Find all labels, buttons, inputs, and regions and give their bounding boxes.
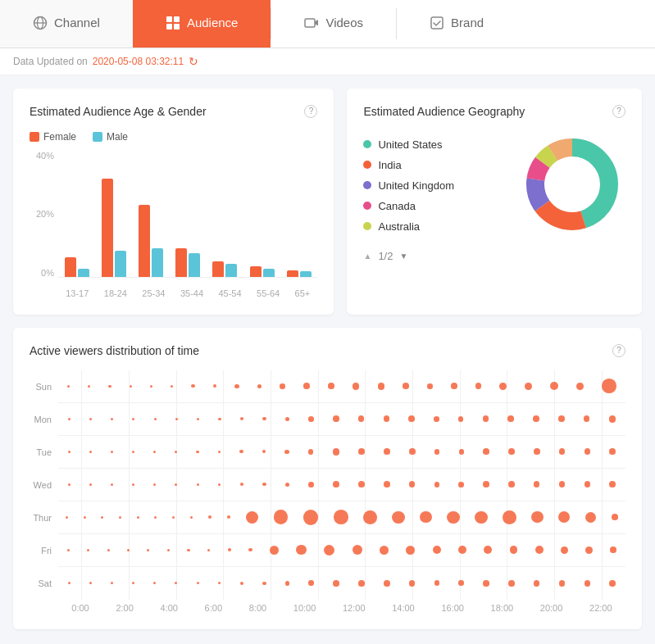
bubble bbox=[434, 449, 440, 455]
bar-group bbox=[102, 179, 126, 277]
bar-group bbox=[287, 270, 312, 277]
bubble bbox=[609, 580, 616, 587]
bubble bbox=[358, 415, 365, 422]
bubble bbox=[458, 546, 466, 554]
bubble bbox=[585, 512, 596, 523]
x-time-label: 20:00 bbox=[540, 603, 563, 613]
data-updated-bar: Data Updated on 2020-05-08 03:32:11 ↻ bbox=[0, 48, 655, 75]
bubble-row: Sun bbox=[30, 370, 625, 403]
bubble bbox=[218, 451, 221, 453]
legend-item-female: Female bbox=[30, 131, 76, 143]
bubble bbox=[358, 481, 365, 488]
x-time-label: 12:00 bbox=[343, 603, 366, 613]
bubbles-container bbox=[58, 436, 625, 469]
x-time-label: 14:00 bbox=[392, 603, 415, 613]
bubble bbox=[333, 415, 339, 422]
bar-group bbox=[212, 261, 237, 277]
geo-color-dot bbox=[363, 140, 371, 148]
bubble bbox=[270, 546, 279, 555]
top-nav: ChannelAudienceVideosBrand bbox=[0, 0, 655, 48]
bubble bbox=[584, 580, 591, 587]
bubble bbox=[196, 451, 198, 453]
bubble bbox=[483, 481, 489, 488]
x-time-label: 0:00 bbox=[71, 603, 89, 613]
female-bar bbox=[287, 270, 298, 277]
male-bar bbox=[263, 269, 275, 277]
bubble bbox=[534, 580, 540, 587]
bubble bbox=[153, 483, 156, 486]
bubble bbox=[111, 451, 113, 453]
bubble bbox=[218, 418, 221, 420]
bubbles-container bbox=[58, 534, 625, 567]
active-viewers-help-icon[interactable]: ? bbox=[612, 344, 625, 357]
bubble bbox=[384, 448, 390, 455]
bubble bbox=[458, 416, 464, 422]
bubble-row: Thur bbox=[30, 501, 625, 534]
bubble bbox=[434, 416, 439, 422]
bubble bbox=[534, 481, 540, 488]
bubble bbox=[154, 418, 157, 420]
bar-group bbox=[175, 248, 200, 277]
y-axis-label: 20% bbox=[36, 209, 54, 219]
donut-chart bbox=[519, 131, 625, 240]
bubble bbox=[68, 483, 71, 486]
bubble-row: Wed bbox=[30, 469, 625, 501]
geo-prev-icon[interactable]: ▲ bbox=[363, 252, 371, 261]
x-time-label: 10:00 bbox=[293, 603, 316, 613]
bubble bbox=[308, 449, 314, 455]
bubble bbox=[285, 483, 290, 488]
legend-dot bbox=[30, 132, 39, 142]
bubble bbox=[609, 481, 616, 488]
bubble bbox=[68, 418, 71, 420]
videos-nav-label: Videos bbox=[325, 16, 363, 29]
bubble bbox=[584, 481, 591, 488]
svg-rect-5 bbox=[166, 24, 172, 29]
bubble bbox=[308, 580, 314, 586]
bubble bbox=[87, 549, 89, 551]
nav-tab-audience[interactable]: Audience bbox=[133, 0, 271, 48]
bubble bbox=[137, 516, 139, 519]
bubble bbox=[333, 448, 340, 456]
bubble bbox=[262, 483, 266, 486]
refresh-icon[interactable]: ↻ bbox=[189, 55, 198, 68]
bubble bbox=[406, 546, 415, 555]
geography-help-icon[interactable]: ? bbox=[612, 105, 625, 118]
x-time-label: 4:00 bbox=[161, 603, 178, 613]
row-day-label: Sun bbox=[30, 382, 58, 392]
bubble bbox=[503, 510, 516, 524]
geo-next-icon[interactable]: ▼ bbox=[399, 252, 407, 261]
geo-color-dot bbox=[363, 161, 371, 169]
bubble bbox=[101, 516, 103, 519]
bubble bbox=[234, 384, 239, 389]
bubble bbox=[150, 385, 152, 388]
bubble bbox=[408, 415, 415, 422]
bubble bbox=[534, 448, 540, 455]
active-viewers-title: Active viewers distribution of time ? bbox=[30, 344, 625, 357]
nav-tab-channel[interactable]: Channel bbox=[0, 0, 133, 48]
bubble bbox=[610, 546, 616, 553]
nav-tab-brand[interactable]: Brand bbox=[397, 0, 516, 48]
bubble bbox=[111, 418, 113, 420]
data-updated-date: 2020-05-08 03:32:11 bbox=[93, 56, 184, 67]
bubble bbox=[576, 383, 584, 390]
bubbles-container bbox=[58, 403, 625, 436]
bubble bbox=[558, 415, 565, 422]
chart-area bbox=[58, 151, 317, 278]
bubble bbox=[483, 415, 489, 422]
age-gender-help-icon[interactable]: ? bbox=[304, 105, 317, 118]
bubble bbox=[228, 548, 231, 551]
bubble bbox=[175, 582, 177, 584]
geo-legend-item: United Kingdom bbox=[363, 179, 503, 192]
nav-tab-videos[interactable]: Videos bbox=[271, 0, 396, 48]
bubble bbox=[197, 582, 199, 584]
bubble bbox=[451, 383, 457, 389]
bubble bbox=[132, 582, 134, 584]
geography-card: Estimated Audience Geography ? United St… bbox=[347, 88, 642, 315]
bubble bbox=[127, 549, 130, 551]
brand-nav-label: Brand bbox=[451, 16, 484, 29]
geo-color-dot bbox=[363, 181, 371, 189]
bubble bbox=[499, 383, 507, 390]
bubble bbox=[384, 481, 390, 488]
bubble bbox=[89, 451, 92, 453]
female-bar bbox=[102, 179, 113, 277]
